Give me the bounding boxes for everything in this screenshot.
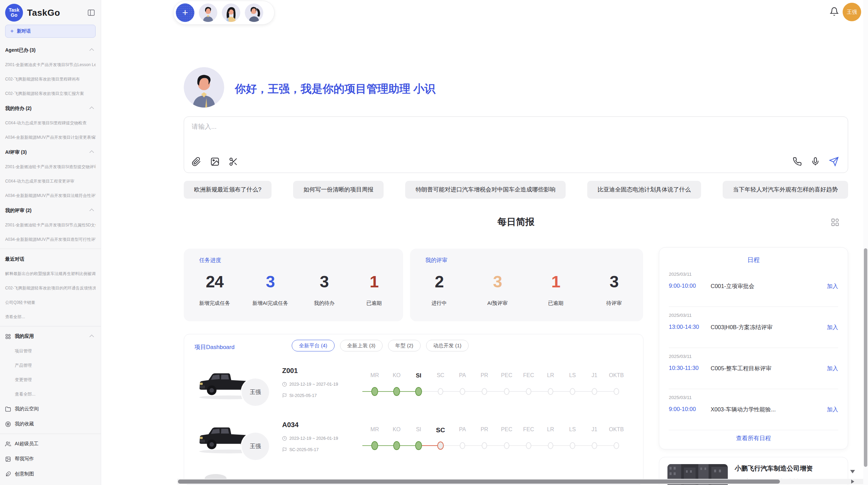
join-link[interactable]: 加入 xyxy=(827,283,838,290)
stat-value: 3 xyxy=(484,272,511,291)
milestone-label: PA xyxy=(459,426,466,433)
sidebar-item-cloud-space[interactable]: 我的云空间 xyxy=(5,401,96,416)
scroll-down-arrow-icon[interactable] xyxy=(850,470,855,473)
greeting-text: 你好，王强，我是你的项目管理助理 小识 xyxy=(235,82,435,97)
list-item[interactable]: C0X4-动力总成开发项目工程变更评审 xyxy=(5,174,96,188)
stat-value: 3 xyxy=(252,272,288,291)
stat-label: 新增AI完成任务 xyxy=(252,300,288,307)
avatar[interactable] xyxy=(245,3,263,22)
divider xyxy=(669,348,838,348)
list-item[interactable]: A034-全新新能源MUV产品开发项目计划变更表编写 xyxy=(5,130,96,145)
sidebar-item-my-apps[interactable]: 我的应用 xyxy=(5,329,96,344)
scroll-right-arrow-icon[interactable] xyxy=(851,480,854,484)
stat-value: 2 xyxy=(425,272,453,291)
tab-all-new-platform[interactable]: 全新平台 (4) xyxy=(292,340,335,351)
sidebar-item-ai-staff[interactable]: AI超级员工 xyxy=(5,436,96,451)
list-item[interactable]: Z001-全新燃油皮卡产品开发项目SI节点Lesson Learn报告 xyxy=(5,58,96,72)
sidebar-group-my-todo[interactable]: 我的待办 (2) xyxy=(5,101,96,116)
sidebar-group-agent-done[interactable]: Agent已办 (3) xyxy=(5,42,96,58)
tab-year-model[interactable]: 年型 (2) xyxy=(388,340,421,351)
view-all-link[interactable]: 查看全部... xyxy=(5,387,96,401)
list-item[interactable]: Z001-全新燃油轻卡产品开发项目SI节点属性5D文件评审 xyxy=(5,218,96,232)
view-all-schedule-link[interactable]: 查看所有日程 xyxy=(659,434,848,442)
project-row[interactable]: 王强 A034 2023-12-19 ~ 2026-01-19 SC-2025-… xyxy=(184,418,643,470)
phone-icon[interactable] xyxy=(793,157,802,166)
milestone-label: LS xyxy=(569,426,576,433)
dashboard-title: 项目Dashboard xyxy=(194,343,234,351)
list-item[interactable]: A034-全新新能源MUV产品开发项目法规符合性评审 xyxy=(5,188,96,203)
milestone-label: J1 xyxy=(592,372,598,378)
list-item[interactable]: 公司Q3轻卡销量 xyxy=(5,295,96,310)
add-contact-button[interactable]: + xyxy=(176,3,194,22)
composer-attachments xyxy=(192,157,238,166)
mic-icon[interactable] xyxy=(811,157,820,166)
app-logo: Task Go xyxy=(5,4,23,22)
scissors-icon[interactable] xyxy=(229,157,238,166)
sidebar-item-project-mgmt[interactable]: 项目管理 xyxy=(5,344,96,358)
milestone-label: LR xyxy=(547,426,554,433)
sidebar-item-label: 帮我写作 xyxy=(15,456,34,462)
join-link[interactable]: 加入 xyxy=(827,406,838,413)
schedule-title: 日程 xyxy=(659,256,848,264)
list-item[interactable]: C02-飞腾新能源轻客改款项目的闭环通告反馈情况 xyxy=(5,281,96,295)
project-row[interactable]: 王强 Z001 2023-12-19 ~ 2027-01-19 SI-2025-… xyxy=(184,364,643,416)
milestone-dot xyxy=(437,442,444,450)
suggestion-chip[interactable]: 如何写一份清晰的项目周报 xyxy=(293,181,384,199)
sidebar-item-product-mgmt[interactable]: 产品管理 xyxy=(5,358,96,373)
project-dashboard-card: 项目Dashboard 全新平台 (4) 全新上装 (3) 年型 (2) 动总开… xyxy=(184,334,643,485)
image-icon[interactable] xyxy=(210,157,220,166)
sidebar-item-favorites[interactable]: 我的收藏 xyxy=(5,416,96,432)
sidebar-item-help-write[interactable]: 帮我写作 xyxy=(5,451,96,467)
tab-powertrain-dev[interactable]: 动总开发 (1) xyxy=(426,340,469,351)
list-item[interactable]: 解释最新出台的欧盟报废车法规再生塑料比例被调至15%... xyxy=(5,266,96,281)
list-item[interactable]: C02-飞腾新能源轻客改款项目立项汇报方案 xyxy=(5,86,96,101)
milestone-dot xyxy=(504,442,509,449)
suggestion-chip[interactable]: 当下年轻人对汽车外观有怎样的喜好趋势 xyxy=(723,181,848,199)
stat-value: 3 xyxy=(311,272,338,291)
join-link[interactable]: 加入 xyxy=(827,365,838,372)
paperclip-icon[interactable] xyxy=(192,157,201,166)
stat-value: 24 xyxy=(199,272,230,291)
project-flag: SI-2025-05-17 xyxy=(282,393,317,398)
bell-icon[interactable] xyxy=(830,7,839,16)
list-item[interactable]: C02-飞腾新能源轻客改款项目里程碑画布 xyxy=(5,72,96,86)
view-all-link[interactable]: 查看全部... xyxy=(5,310,96,324)
suggestion-chip[interactable]: 欧洲新规最近颁布了什么? xyxy=(184,181,272,199)
event-title: C001-立项审批会 xyxy=(711,283,754,290)
chat-input[interactable] xyxy=(192,122,500,143)
sidebar-item-label: 我的云空间 xyxy=(15,406,39,412)
sidebar-group-ai-review[interactable]: AI评审 (3) xyxy=(5,145,96,160)
panel-collapse-icon[interactable] xyxy=(87,9,95,16)
avatar[interactable] xyxy=(199,3,217,22)
milestone-label: MR xyxy=(371,372,379,378)
dates-text: 2023-12-19 ~ 2026-01-19 xyxy=(289,436,338,441)
users-icon xyxy=(5,441,11,447)
milestone-dot xyxy=(526,388,531,395)
join-link[interactable]: 加入 xyxy=(827,324,838,331)
group-label: 我的待办 (2) xyxy=(5,105,32,111)
sidebar-item-change-mgmt[interactable]: 变更管理 xyxy=(5,373,96,387)
sidebar-group-my-review[interactable]: 我的评审 (2) xyxy=(5,203,96,218)
list-item[interactable]: C0X4-动力总成开发项目SI里程碑提交物检查 xyxy=(5,116,96,130)
suggestion-chip[interactable]: 特朗普可能对进口汽车增税会对中国车企造成哪些影响 xyxy=(405,181,566,199)
list-item[interactable]: A034-全新新能源MUV产品开发项目造型可行性评审 xyxy=(5,232,96,247)
grid-icon xyxy=(5,334,11,339)
layout-icon[interactable] xyxy=(831,218,840,227)
suggestion-chips: 欧洲新规最近颁布了什么? 如何写一份清晰的项目周报 特朗普可能对进口汽车增税会对… xyxy=(184,181,848,199)
send-icon[interactable] xyxy=(829,157,839,166)
task-progress-card: 任务进度 24 新增完成任务 3 新增AI完成任务 3 我的待办 1 已逾期 xyxy=(184,249,403,321)
user-avatar[interactable]: 王强 xyxy=(843,3,861,21)
tab-all-new-body[interactable]: 全新上装 (3) xyxy=(340,340,383,351)
sidebar-item-creative-draw[interactable]: 创意制图 xyxy=(5,467,96,482)
milestone-dot xyxy=(371,441,378,450)
stat-overdue: 1 已逾期 xyxy=(360,272,388,307)
suggestion-chip[interactable]: 比亚迪全固态电池计划具体说了什么 xyxy=(587,181,701,199)
milestone-label: FEC xyxy=(523,426,534,433)
horizontal-scrollbar-thumb[interactable] xyxy=(178,480,780,484)
avatar[interactable] xyxy=(222,3,240,22)
vertical-scrollbar-thumb[interactable] xyxy=(864,248,867,467)
new-chat-button[interactable]: + 新对话 xyxy=(5,25,96,38)
event-title: C005-整车工程目标评审 xyxy=(711,365,771,372)
list-item[interactable]: Z001-全新燃油轻卡产品开发项目SI造型提交物评审 xyxy=(5,160,96,174)
flag-icon xyxy=(282,393,287,398)
